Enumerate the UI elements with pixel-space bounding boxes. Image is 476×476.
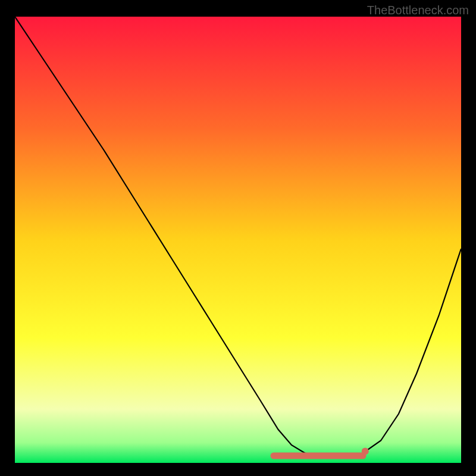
plot-area — [15, 17, 461, 463]
gradient-background — [15, 17, 461, 463]
chart-container: TheBottleneck.com — [0, 0, 476, 476]
optimal-point-dot — [362, 448, 369, 455]
chart-svg — [15, 17, 461, 463]
watermark-text: TheBottleneck.com — [367, 4, 469, 17]
